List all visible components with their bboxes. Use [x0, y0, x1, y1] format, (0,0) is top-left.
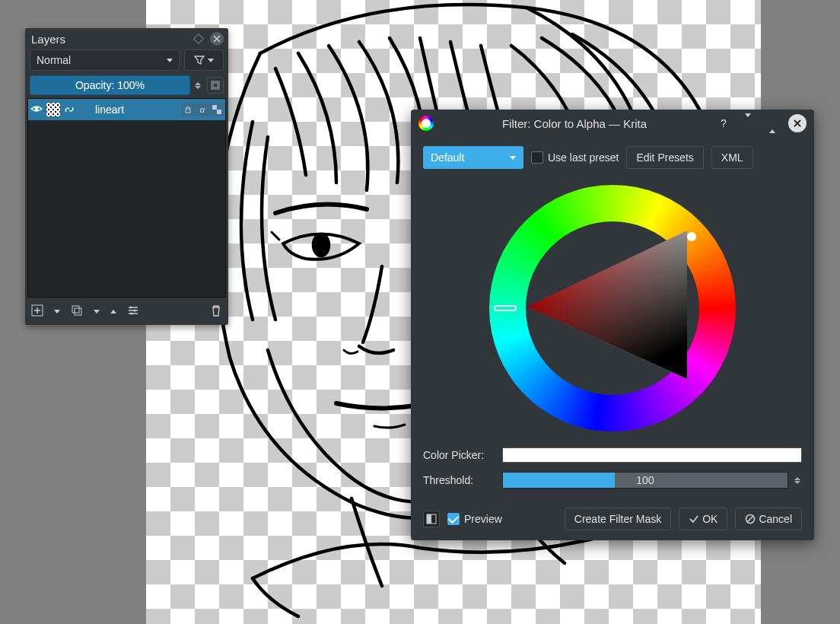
layer-list[interactable]: lineart α [27, 98, 226, 298]
help-button[interactable]: ? [715, 117, 732, 129]
layer-name[interactable]: lineart [77, 103, 178, 116]
edit-presets-button[interactable]: Edit Presets [626, 146, 703, 169]
float-icon[interactable] [193, 33, 204, 44]
threshold-spinner[interactable] [794, 477, 802, 484]
layer-properties-button[interactable] [127, 304, 139, 319]
preset-select[interactable]: Default [423, 146, 523, 169]
threshold-label: Threshold: [423, 474, 496, 486]
svg-point-12 [134, 309, 136, 311]
svg-rect-5 [186, 109, 190, 113]
svg-rect-3 [213, 83, 218, 88]
preview-label: Preview [464, 513, 502, 525]
color-picker-label: Color Picker: [423, 449, 496, 461]
layer-thumbnail[interactable] [46, 103, 60, 116]
alpha-inherit-icon[interactable] [210, 103, 224, 116]
filter-dialog: Filter: Color to Alpha — Krita ? Default… [411, 110, 814, 540]
checkbox-icon [447, 513, 460, 525]
chevron-down-icon[interactable] [740, 117, 756, 129]
use-last-preset-label: Use last preset [548, 151, 619, 164]
layers-title: Layers [31, 33, 65, 46]
move-down-button[interactable] [94, 310, 100, 314]
color-picker-swatch[interactable] [502, 447, 802, 463]
split-preview-toggle[interactable] [423, 511, 440, 527]
delete-layer-button[interactable] [210, 304, 222, 319]
blend-mode-select[interactable]: Normal [30, 49, 180, 71]
alpha-icon[interactable]: α [196, 103, 209, 116]
add-layer-menu[interactable] [54, 310, 60, 314]
svg-point-4 [35, 107, 39, 111]
create-filter-mask-button[interactable]: Create Filter Mask [565, 508, 671, 530]
svg-marker-15 [527, 231, 687, 379]
preview-checkbox[interactable]: Preview [447, 513, 502, 525]
chevron-down-icon [167, 59, 173, 62]
xml-button[interactable]: XML [711, 146, 753, 169]
threshold-slider[interactable]: 100 [502, 472, 788, 489]
move-up-button[interactable] [110, 310, 116, 314]
checkbox-icon [531, 151, 543, 164]
opacity-slider[interactable]: Opacity: 100% [30, 75, 190, 95]
opacity-value: 100% [117, 79, 145, 91]
svg-rect-6 [212, 105, 217, 110]
lock-icon[interactable] [181, 103, 195, 116]
cancel-icon [745, 514, 756, 524]
chevron-down-icon [208, 59, 214, 62]
layer-item[interactable]: lineart α [28, 99, 225, 120]
svg-rect-10 [75, 308, 81, 315]
opacity-spinner[interactable] [195, 82, 202, 89]
dialog-title: Filter: Color to Alpha — Krita [441, 117, 708, 130]
layers-panel: Layers Normal Opacity: 100% [25, 28, 228, 325]
svg-rect-9 [72, 306, 79, 313]
chevron-down-icon [510, 156, 516, 160]
dialog-titlebar[interactable]: Filter: Color to Alpha — Krita ? [411, 110, 814, 137]
threshold-value: 100 [636, 474, 654, 486]
svg-point-11 [130, 306, 132, 308]
blend-mode-value: Normal [37, 54, 71, 66]
layers-titlebar[interactable]: Layers [25, 28, 228, 49]
chevron-up-icon[interactable] [764, 117, 781, 129]
opacity-options-button[interactable] [207, 77, 224, 94]
hue-marker[interactable] [494, 305, 517, 311]
preset-value: Default [431, 151, 464, 164]
visibility-icon[interactable] [30, 103, 43, 116]
cancel-button[interactable]: Cancel [735, 508, 802, 530]
svg-rect-17 [427, 514, 431, 524]
add-layer-button[interactable] [31, 304, 43, 319]
ok-button[interactable]: OK [679, 508, 727, 530]
color-wheel[interactable] [489, 185, 736, 431]
link-icon[interactable] [63, 104, 74, 115]
svg-rect-7 [217, 110, 221, 114]
svg-point-13 [131, 312, 133, 314]
duplicate-layer-button[interactable] [71, 304, 83, 319]
svg-point-0 [313, 234, 329, 256]
check-icon [689, 514, 699, 524]
use-last-preset-checkbox[interactable]: Use last preset [531, 151, 619, 164]
app-icon [418, 116, 434, 131]
sv-triangle[interactable] [527, 231, 695, 383]
close-icon[interactable] [210, 32, 224, 46]
close-button[interactable] [788, 114, 807, 132]
funnel-icon [194, 55, 205, 65]
opacity-label: Opacity: [75, 79, 114, 91]
layer-filter-button[interactable] [184, 49, 224, 71]
sv-handle[interactable] [687, 232, 696, 241]
